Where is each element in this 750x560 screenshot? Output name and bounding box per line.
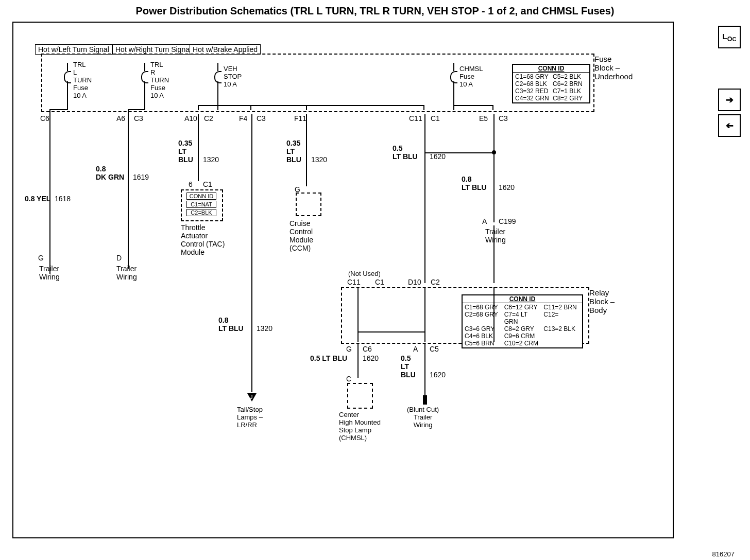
pin-c6: C6 [40, 114, 49, 122]
fuse-trl-r-label: TRL R TURN Fuse 10 A [150, 61, 169, 99]
trailer-wiring-l: Trailer Wiring [39, 265, 60, 281]
relay-bota: A [413, 345, 418, 353]
ccm-label: Cruise Control Module (CCM) [289, 219, 313, 252]
wire-yel-circ: 1618 [55, 195, 71, 203]
fuse-veh-stop-label: VEH STOP 10 A [224, 65, 242, 88]
pin-c1: C1 [431, 114, 440, 122]
wire-ltblu35b-circ: 1320 [311, 155, 327, 164]
arrow-left-icon: ➔ [726, 120, 734, 131]
wire-ltblu5-gauge: 0.5 LT BLU [393, 144, 418, 161]
tac-label: Throttle Actuator Control (TAC) Module [181, 223, 225, 256]
wire-ltblu35b-gauge: 0.35 LT BLU [286, 139, 301, 164]
pin-e5: E5 [479, 114, 488, 122]
trailer-wiring-r: Trailer Wiring [116, 265, 137, 281]
wire-ltblu8-gauge: 0.8 LT BLU [462, 175, 487, 191]
connid-relay: CONN ID C1=68 GRYC6=12 GRYC11=2 BRN C2=6… [462, 294, 583, 348]
c199-label: Trailer Wiring [485, 227, 506, 244]
pin-a10: A10 [184, 114, 197, 122]
hot-right-label: Hot w/Right Turn Signal [112, 44, 194, 55]
fuse-trl-l [65, 63, 70, 90]
hot-left-label: Hot w/Left Turn Signal [35, 44, 112, 55]
fuse-trl-l-label: TRL L TURN Fuse 10 A [73, 61, 92, 99]
wire-ltblu5b-gauge: 0.5 LT BLU [310, 354, 347, 362]
pin-c3a: C3 [134, 114, 143, 122]
tac-pin: 6 [189, 180, 193, 188]
wire-ltblu8b-gauge: 0.8 LT BLU [218, 316, 244, 332]
relay-block-label: Relay Block – Body [589, 288, 615, 314]
wire-ltblu5b-circ: 1620 [363, 354, 379, 362]
connid-relay-header: CONN ID [463, 295, 582, 303]
relay-notused: (Not Used) [348, 270, 381, 277]
page-title: Power Distribution Schematics (TRL L TUR… [0, 5, 750, 17]
relay-topc2: C2 [431, 278, 440, 286]
pin-f11: F11 [294, 114, 306, 122]
prev-page-button[interactable]: ➔ [718, 114, 741, 137]
wire-yel-gauge: 0.8 YEL [25, 195, 50, 203]
pin-d-trailer-r: D [116, 254, 122, 262]
pin-a6: A6 [116, 114, 125, 122]
pin-c3c: C3 [499, 114, 508, 122]
wire-ltblu5c-gauge: 0.5 LT BLU [401, 354, 416, 379]
wire-dkgrn-circ: 1619 [133, 173, 149, 181]
wire-ltblu8-circ: 1620 [499, 183, 515, 191]
relay-botc5: C5 [430, 345, 439, 353]
connid-header: CONN ID [513, 65, 589, 73]
next-page-button[interactable]: ➔ [718, 89, 741, 111]
relay-botg: G [346, 345, 352, 353]
tac-conn: C1 [203, 180, 212, 188]
locator-button[interactable]: LOC [718, 26, 741, 48]
connid-underhood: CONN ID C1=68 GRYC5=2 BLK C2=68 BLKC6=2 … [512, 64, 590, 103]
wire-ltblu5-circ: 1620 [430, 152, 446, 161]
wire-ltblu35a-circ: 1320 [203, 155, 219, 164]
wire-dkgrn-gauge: 0.8 DK GRN [96, 165, 124, 181]
fuse-block-underhood-label: Fuse Block – Underhood [594, 55, 633, 81]
c199-pin: A [482, 217, 487, 225]
document-id: 816207 [712, 550, 735, 558]
chmsl-box [347, 383, 373, 409]
schematic-frame: Hot w/Left Turn Signal Hot w/Right Turn … [12, 22, 674, 538]
ccm-box [296, 192, 321, 216]
fuse-block-underhood-box [41, 54, 594, 112]
wire-ltblu8b-circ: 1320 [257, 324, 272, 332]
chmsl-pin: C [346, 375, 351, 383]
fuse-chmsl [451, 63, 456, 90]
pin-c11: C11 [409, 114, 422, 122]
wire-ltblu35a-gauge: 0.35 LT BLU [178, 139, 193, 164]
fuse-trl-r [142, 63, 147, 90]
fuse-chmsl-label: CHMSL Fuse 10 A [459, 65, 483, 88]
pin-c3b: C3 [257, 114, 266, 122]
blunt-cut-icon [423, 395, 427, 405]
relay-topd10: D10 [408, 278, 421, 286]
tac-connid-hdr: CONN ID [186, 192, 216, 200]
pin-c2: C2 [204, 114, 213, 122]
fuse-veh-stop [215, 63, 220, 90]
relay-botc6: C6 [363, 345, 372, 353]
c199-conn: C199 [499, 217, 516, 225]
chmsl-label: Center High Mounted Stop Lamp (CHMSL) [339, 411, 381, 442]
wire-ltblu5c-circ: 1620 [430, 371, 446, 379]
blunt-cut-label: (Blunt Cut) Trailer Wiring [407, 406, 439, 429]
relay-topc1: C1 [375, 278, 384, 286]
hot-brake-label: Hot w/Brake Applied [190, 44, 261, 55]
pin-g-trailer-l: G [38, 254, 44, 262]
pin-f4: F4 [239, 114, 247, 122]
offpage-j-icon: J [247, 393, 257, 401]
relay-topc11: C11 [347, 278, 361, 286]
tac-connid-2: C2=BLK [186, 209, 216, 216]
arrow-right-icon: ➔ [726, 94, 734, 106]
tac-connid-1: C1=NAT [186, 201, 216, 208]
taillamps-label: Tail/Stop Lamps – LR/RR [237, 406, 263, 429]
